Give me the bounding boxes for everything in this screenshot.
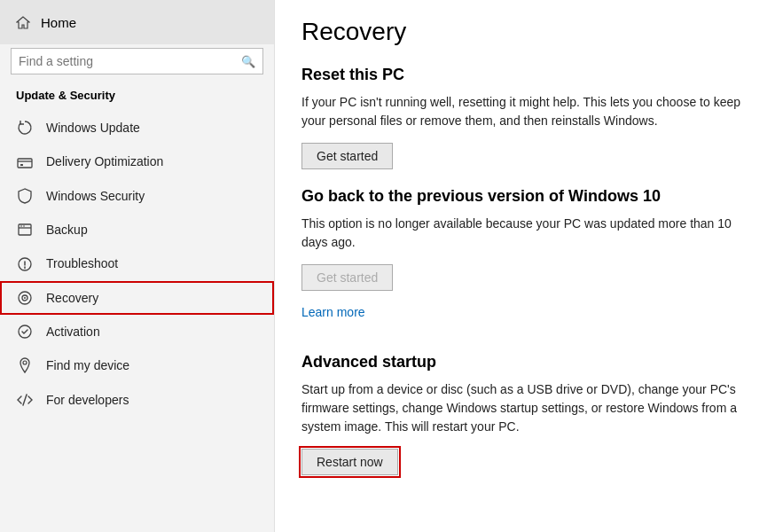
sidebar-item-backup[interactable]: Backup	[0, 213, 274, 246]
shield-icon	[16, 188, 34, 204]
delivery-icon	[16, 153, 34, 169]
go-back-desc: This option is no longer available becau…	[301, 215, 748, 252]
search-icon: 🔍	[241, 55, 255, 68]
svg-point-9	[19, 325, 31, 338]
sidebar-home-item[interactable]: Home	[0, 0, 274, 44]
home-icon	[16, 14, 30, 30]
advanced-startup-desc: Start up from a device or disc (such as …	[301, 380, 748, 436]
go-back-title: Go back to the previous version of Windo…	[301, 187, 748, 206]
svg-rect-1	[20, 164, 23, 166]
update-icon	[16, 120, 34, 136]
sidebar-item-windows-update[interactable]: Windows Update	[0, 111, 274, 145]
svg-point-10	[23, 361, 27, 364]
sidebar-item-label: Troubleshoot	[46, 256, 118, 270]
svg-line-11	[23, 395, 27, 405]
sidebar-item-recovery[interactable]: Recovery	[0, 281, 274, 315]
sidebar-item-label: Recovery	[46, 291, 98, 305]
sidebar-item-label: Find my device	[46, 358, 129, 372]
svg-rect-0	[18, 159, 32, 168]
search-input[interactable]	[19, 54, 241, 68]
go-back-section: Go back to the previous version of Windo…	[301, 187, 748, 335]
svg-point-4	[23, 225, 25, 227]
advanced-startup-title: Advanced startup	[301, 353, 748, 372]
svg-point-3	[20, 225, 22, 227]
learn-more-link[interactable]: Learn more	[301, 305, 365, 319]
go-back-get-started-button: Get started	[301, 264, 393, 291]
sidebar-item-delivery-optimization[interactable]: Delivery Optimization	[0, 145, 274, 178]
main-content: Recovery Reset this PC If your PC isn't …	[275, 0, 775, 532]
search-box[interactable]: 🔍	[11, 48, 263, 74]
reset-pc-section: Reset this PC If your PC isn't running w…	[301, 66, 748, 169]
sidebar-item-label: Windows Update	[46, 121, 140, 135]
sidebar-item-label: Delivery Optimization	[46, 154, 163, 168]
sidebar-item-activation[interactable]: Activation	[0, 315, 274, 348]
developers-icon	[16, 391, 34, 407]
reset-pc-get-started-button[interactable]: Get started	[301, 143, 393, 169]
sidebar-item-for-developers[interactable]: For developers	[0, 382, 274, 416]
find-device-icon	[16, 357, 34, 373]
home-label: Home	[41, 15, 76, 30]
reset-pc-title: Reset this PC	[301, 66, 748, 84]
svg-point-8	[24, 297, 26, 299]
sidebar-item-windows-security[interactable]: Windows Security	[0, 179, 274, 213]
sidebar: Home 🔍 Update & Security Windows Update …	[0, 0, 275, 532]
sidebar-item-find-my-device[interactable]: Find my device	[0, 348, 274, 382]
advanced-startup-section: Advanced startup Start up from a device …	[301, 353, 748, 475]
sidebar-item-label: Activation	[46, 325, 100, 339]
svg-rect-2	[19, 224, 31, 235]
page-title: Recovery	[301, 18, 748, 46]
sidebar-item-troubleshoot[interactable]: Troubleshoot	[0, 246, 274, 280]
backup-icon	[16, 222, 34, 238]
activation-icon	[16, 324, 34, 340]
recovery-icon	[16, 290, 34, 306]
sidebar-item-label: For developers	[46, 393, 129, 407]
reset-pc-desc: If your PC isn't running well, resetting…	[301, 93, 748, 130]
restart-now-button[interactable]: Restart now	[301, 449, 398, 475]
sidebar-item-label: Windows Security	[46, 189, 145, 203]
troubleshoot-icon	[16, 255, 34, 271]
sidebar-section-title: Update & Security	[0, 83, 274, 111]
sidebar-item-label: Backup	[46, 223, 88, 237]
